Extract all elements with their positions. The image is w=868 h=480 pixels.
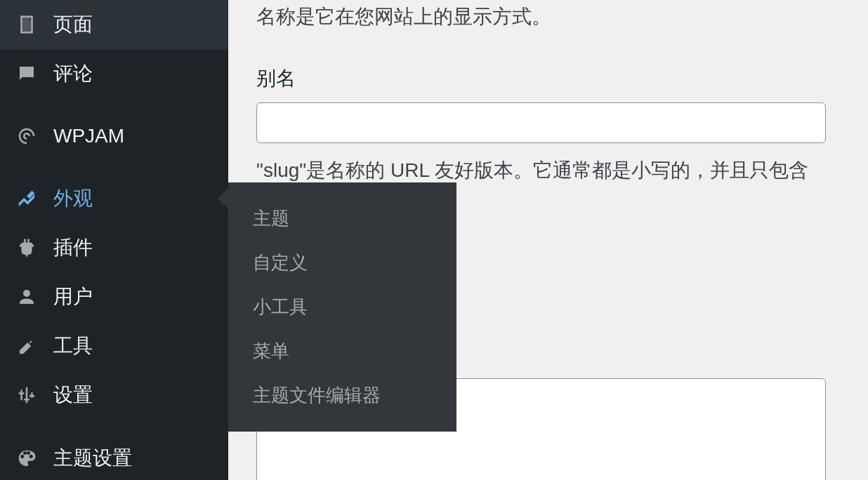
sidebar-item-tools[interactable]: 工具 [0,321,228,371]
sidebar-item-label: WPJAM [53,125,124,147]
submenu-item-themes[interactable]: 主题 [228,196,456,241]
sidebar-item-plugins[interactable]: 插件 [0,223,228,272]
plugin-icon [14,235,39,260]
sidebar-item-wpjam[interactable]: WPJAM [0,112,228,160]
sidebar-item-appearance[interactable]: 外观 [0,174,228,223]
menu-separator [0,98,228,112]
sidebar-item-label: 设置 [53,382,93,408]
menu-separator [0,420,228,434]
comment-icon [14,61,39,86]
tool-icon [14,333,39,359]
dashboard-icon [14,124,39,149]
theme-icon [14,446,39,471]
svg-rect-2 [29,395,35,397]
page-icon [14,12,39,37]
submenu-item-menus[interactable]: 菜单 [228,329,456,373]
sidebar-item-label: 评论 [53,60,93,87]
admin-sidebar: 页面 评论 WPJAM 外观 插件 用户 工具 [0,0,228,480]
slug-label: 别名 [256,65,826,92]
sidebar-item-settings[interactable]: 设置 [0,371,228,420]
menu-separator [0,160,228,174]
sidebar-item-label: 主题设置 [53,445,132,472]
submenu-item-customize[interactable]: 自定义 [228,241,456,285]
appearance-submenu: 主题 自定义 小工具 菜单 主题文件编辑器 [228,182,456,432]
sidebar-item-label: 插件 [53,234,93,261]
sidebar-item-label: 用户 [53,284,93,310]
sidebar-item-comments[interactable]: 评论 [0,49,228,98]
svg-rect-0 [19,392,25,394]
sidebar-item-pages[interactable]: 页面 [0,0,228,49]
user-icon [14,284,39,309]
appearance-icon [14,186,39,211]
submenu-item-widgets[interactable]: 小工具 [228,285,456,329]
sidebar-item-label: 页面 [53,11,93,38]
name-help-text: 名称是它在您网站上的显示方式。 [256,0,826,34]
svg-rect-1 [24,399,29,401]
sidebar-item-theme-settings[interactable]: 主题设置 [0,434,228,480]
sidebar-item-users[interactable]: 用户 [0,272,228,321]
slug-input[interactable] [256,102,826,143]
submenu-item-theme-editor[interactable]: 主题文件编辑器 [228,373,456,418]
sidebar-item-label: 外观 [53,185,93,212]
settings-icon [14,382,39,408]
sidebar-item-label: 工具 [53,333,93,359]
